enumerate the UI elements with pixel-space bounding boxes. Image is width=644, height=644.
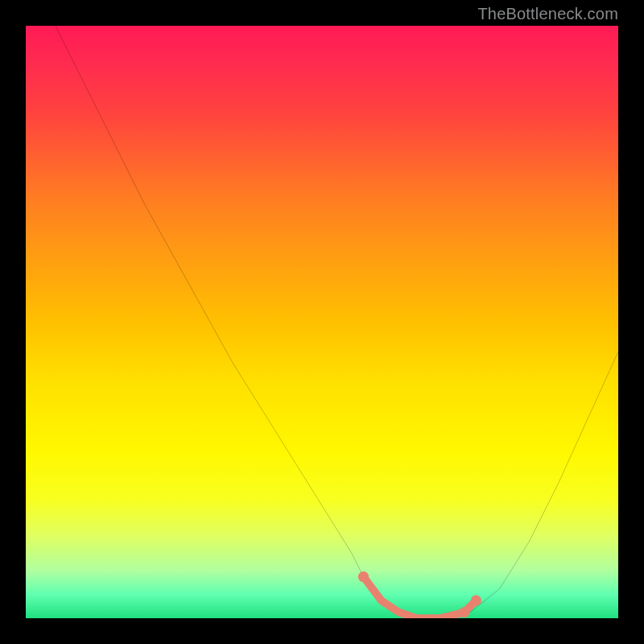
watermark-text: TheBottleneck.com: [477, 5, 618, 23]
bottleneck-curve: [56, 26, 618, 618]
highlight-dot: [459, 607, 469, 617]
plot-area: [26, 26, 618, 618]
highlight-dot: [471, 595, 481, 605]
curve-svg: [26, 26, 618, 618]
chart-container: TheBottleneck.com: [0, 0, 644, 644]
curve-path: [56, 26, 618, 618]
highlight-dot: [358, 572, 369, 582]
